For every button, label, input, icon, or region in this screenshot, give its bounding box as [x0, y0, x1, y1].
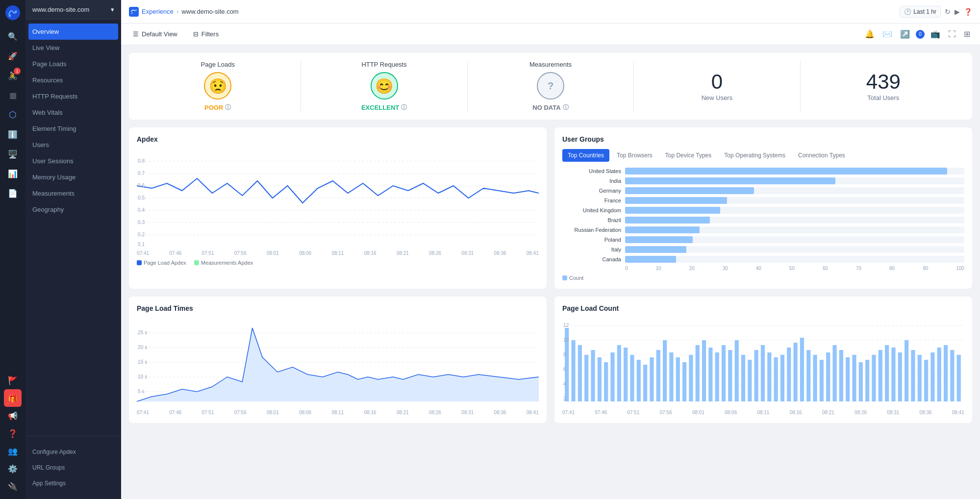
svg-rect-51	[656, 350, 660, 401]
bell-icon[interactable]: 🔔	[863, 27, 877, 41]
chart-icon-btn[interactable]: 📊	[4, 165, 22, 182]
svg-text:20 s: 20 s	[138, 345, 147, 350]
mail-icon[interactable]: ✉️	[880, 27, 894, 41]
page-load-times-card: Page Load Times 25 s 20 s 15 s	[129, 297, 547, 423]
tab-top-os[interactable]: Top Operating Systems	[719, 149, 791, 162]
page-load-count-chart: 12 10 8 6 4 2 07:4107:4607:5107:5608:010…	[562, 318, 964, 415]
country-row-italy: Italy	[562, 246, 964, 253]
plt-x-axis: 07:4107:4607:5107:5608:0108:0608:1108:16…	[137, 410, 539, 415]
nav-item-app-settings[interactable]: App Settings	[25, 475, 121, 491]
app-logo[interactable]	[4, 4, 22, 22]
page-load-times-title: Page Load Times	[137, 304, 539, 312]
nav-item-element-timing[interactable]: Element Timing	[25, 121, 121, 137]
measurements-info-icon[interactable]: ⓘ	[563, 103, 569, 112]
svg-text:4: 4	[563, 381, 566, 387]
play-icon[interactable]: ▶	[955, 8, 960, 16]
svg-rect-43	[604, 362, 608, 401]
svg-rect-48	[637, 360, 641, 401]
megaphone-icon-btn[interactable]: 📢	[4, 407, 22, 424]
svg-rect-70	[780, 355, 784, 401]
svg-rect-76	[820, 360, 824, 401]
flag-icon-btn[interactable]: 🚩	[4, 372, 22, 389]
dashboard-icon-btn[interactable]: ⬡	[4, 106, 22, 124]
nav-item-page-loads[interactable]: Page Loads	[25, 56, 121, 72]
tab-top-browsers[interactable]: Top Browsers	[611, 149, 658, 162]
info-icon: ℹ️	[8, 130, 18, 139]
http-info-icon[interactable]: ⓘ	[401, 103, 407, 112]
status-card-page-loads: Page Loads 😟 POOR ⓘ	[141, 61, 295, 112]
nav-divider	[25, 436, 121, 436]
nav-item-configure-apdex[interactable]: Configure Apdex	[25, 444, 121, 460]
notification-badge[interactable]: 0	[916, 30, 925, 39]
layout-icon[interactable]: ⊞	[962, 27, 972, 41]
filter-icon: ⊟	[193, 30, 199, 38]
page-loads-status: POOR ⓘ	[204, 103, 231, 112]
nav-item-memory-usage[interactable]: Memory Usage	[25, 169, 121, 185]
gear-icon-btn[interactable]: ⚙️	[4, 460, 22, 477]
svg-rect-64	[741, 355, 745, 401]
svg-rect-40	[584, 355, 588, 401]
share-icon[interactable]: ↗️	[898, 27, 912, 41]
tab-connection-types[interactable]: Connection Types	[793, 149, 851, 162]
chart-icon: 📊	[8, 169, 18, 178]
grid-icon-btn[interactable]: ▦	[4, 86, 22, 104]
time-selector[interactable]: 🕐 Last 1 hr	[900, 6, 941, 18]
nav-item-geography[interactable]: Geography	[25, 201, 121, 218]
nav-item-user-sessions[interactable]: User Sessions	[25, 153, 121, 169]
nav-item-users[interactable]: Users	[25, 137, 121, 153]
page-loads-info-icon[interactable]: ⓘ	[225, 103, 231, 112]
nav-item-resources[interactable]: Resources	[25, 72, 121, 88]
svg-text:2: 2	[563, 396, 566, 401]
svg-rect-41	[591, 350, 595, 401]
tab-top-device-types[interactable]: Top Device Types	[660, 149, 717, 162]
nav-item-overview[interactable]: Overview	[28, 24, 118, 40]
svg-point-1	[9, 15, 11, 17]
fullscreen-icon[interactable]: ⛶	[946, 28, 958, 41]
stat-total-users: 439 Total Users	[806, 61, 960, 112]
refresh-icon[interactable]: ↻	[945, 8, 951, 16]
content-area: Page Loads 😟 POOR ⓘ HTTP Requests 😊 EXCE…	[121, 45, 980, 499]
svg-marker-26	[137, 328, 539, 401]
info-icon-btn[interactable]: ℹ️	[4, 125, 22, 143]
doc-icon: 📄	[8, 189, 18, 198]
filters-label: Filters	[201, 30, 219, 38]
time-label: Last 1 hr	[913, 8, 936, 15]
nav-item-web-vitals[interactable]: Web Vitals	[25, 104, 121, 121]
default-view-btn[interactable]: ☰ Default View	[129, 27, 181, 41]
svg-rect-83	[865, 360, 869, 401]
site-selector[interactable]: www.demo-site.com ▾	[25, 0, 121, 20]
svg-rect-95	[944, 345, 948, 401]
svg-rect-50	[650, 357, 653, 401]
breadcrumb-experience[interactable]: Experience	[142, 8, 174, 15]
tv-icon[interactable]: 📺	[929, 27, 942, 41]
help-circle-icon[interactable]: ❓	[964, 8, 972, 16]
bike-icon-btn[interactable]: 🚴 1	[4, 67, 22, 84]
country-row-uk: United Kingdom	[562, 207, 964, 214]
doc-icon-btn[interactable]: 📄	[4, 184, 22, 202]
svg-rect-78	[832, 345, 836, 401]
svg-rect-45	[617, 345, 621, 401]
nav-item-measurements[interactable]: Measurements	[25, 185, 121, 201]
users-icon-btn[interactable]: 👥	[4, 442, 22, 460]
breadcrumb-site: www.demo-site.com	[181, 8, 238, 15]
svg-rect-74	[806, 350, 810, 401]
svg-rect-79	[839, 350, 843, 401]
svg-rect-85	[879, 350, 882, 401]
monitor-icon-btn[interactable]: 🖥️	[4, 145, 22, 163]
search-icon-btn[interactable]: 🔍	[4, 27, 22, 45]
nav-item-live-view[interactable]: Live View	[25, 40, 121, 56]
nav-item-url-groups[interactable]: URL Groups	[25, 460, 121, 475]
nav-item-http-requests[interactable]: HTTP Requests	[25, 88, 121, 104]
help-icon-btn[interactable]: ❓	[4, 424, 22, 442]
gift-icon-btn[interactable]: 🎁	[4, 389, 22, 407]
tab-top-countries[interactable]: Top Countries	[562, 149, 609, 162]
svg-point-4	[131, 12, 133, 14]
svg-text:25 s: 25 s	[138, 330, 147, 335]
filters-btn[interactable]: ⊟ Filters	[189, 27, 223, 41]
svg-rect-46	[624, 348, 628, 401]
svg-rect-3	[129, 7, 139, 17]
svg-text:6: 6	[563, 367, 566, 372]
rocket-icon-btn[interactable]: 🚀	[4, 47, 22, 65]
plugin-icon-btn[interactable]: 🔌	[4, 477, 22, 495]
nav-items: Overview Live View Page Loads Resources …	[25, 20, 121, 432]
